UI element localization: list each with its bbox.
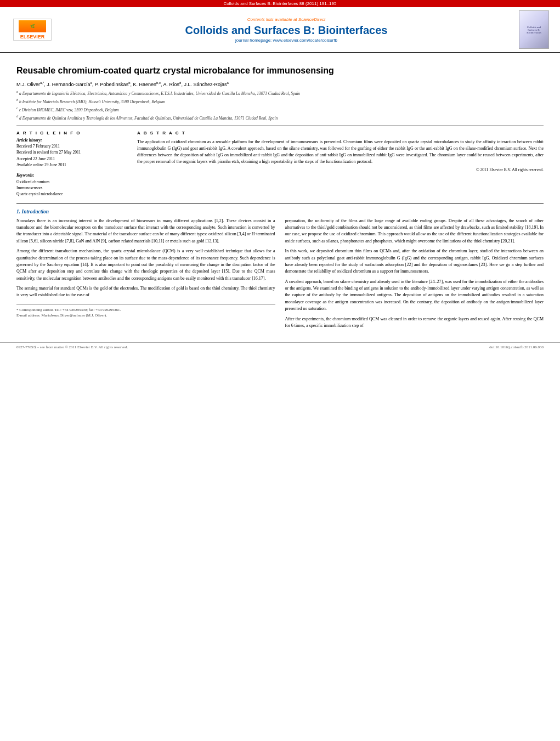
history-revised: Received in revised form 27 May 2011 xyxy=(16,150,126,156)
divider-2 xyxy=(16,203,544,203)
homepage-url[interactable]: www.elsevier.com/locate/colsurfb xyxy=(273,38,337,43)
journal-citation: Colloids and Surfaces B: Biointerfaces 8… xyxy=(224,1,337,6)
intro-r-p2: In this work, we deposited chromium thin… xyxy=(285,248,544,275)
authors-line: M.J. Olivera,*, J. Hernando-Garcíaa, P. … xyxy=(16,81,544,87)
history-accepted: Accepted 22 June 2011 xyxy=(16,156,126,162)
paper-title: Reusable chromium-coated quartz crystal … xyxy=(16,65,544,77)
elsevier-logo-area: 🌿 ELSEVIER xyxy=(11,16,54,43)
paper-body: Reusable chromium-coated quartz crystal … xyxy=(0,53,560,338)
section1-heading: 1. Introduction xyxy=(16,209,544,214)
header-center: Contents lists available at ScienceDirec… xyxy=(54,17,519,43)
affiliation-b: b b Institute for Materials Research (IM… xyxy=(16,98,544,105)
copyright-text: © 2011 Elsevier B.V. All rights reserved… xyxy=(137,167,544,172)
intro-p1: Nowadays there is an increasing interest… xyxy=(16,218,275,245)
issn-text: 0927-7765/$ – see front matter © 2011 El… xyxy=(16,345,128,349)
article-info-title: A R T I C L E I N F O xyxy=(16,131,126,135)
article-history-label: Article history: xyxy=(16,138,126,143)
keyword-1: Oxidized chromium xyxy=(16,179,126,185)
abstract-title: A B S T R A C T xyxy=(137,131,544,135)
footnote-section: * Corresponding author. Tel.: +34 926295… xyxy=(16,304,275,319)
article-info-col: A R T I C L E I N F O Article history: R… xyxy=(16,131,126,197)
intro-col-left: Nowadays there is an increasing interest… xyxy=(16,218,275,333)
divider-1 xyxy=(16,126,544,126)
keyword-2: Immunosensors xyxy=(16,185,126,191)
elsevier-brand-text: ELSEVIER xyxy=(20,34,45,39)
doi-text: doi:10.1016/j.colsurfb.2011.06.030 xyxy=(489,345,544,349)
abstract-col: A B S T R A C T The application of oxidi… xyxy=(137,131,544,197)
journal-thumbnail: Colloids andSurfaces B:Biointerfaces xyxy=(519,10,549,49)
sciencedirect-link-text[interactable]: ScienceDirect xyxy=(298,17,325,22)
article-info-abstract: A R T I C L E I N F O Article history: R… xyxy=(16,131,544,197)
intro-r-p4: After the experiments, the chromium-modi… xyxy=(285,316,544,330)
affiliation-d: d d Departamento de Química Analítica y … xyxy=(16,114,544,121)
journal-header-bar: Colloids and Surfaces B: Biointerfaces 8… xyxy=(0,0,560,7)
keywords-section: Keywords: Oxidized chromium Immunosensor… xyxy=(16,173,126,197)
affiliations: a a Departamento de Ingeniería Eléctrica… xyxy=(16,89,544,121)
journal-header: 🌿 ELSEVIER Contents lists available at S… xyxy=(0,7,560,53)
footnote-email: E-mail address: MariaJesus.Oliver@uclm.e… xyxy=(16,313,275,319)
intro-r-p3: A covalent approach, based on silane che… xyxy=(285,279,544,313)
keywords-label: Keywords: xyxy=(16,173,126,178)
intro-p2: Among the different transduction mechani… xyxy=(16,248,275,282)
affiliation-a: a a Departamento de Ingeniería Eléctrica… xyxy=(16,89,544,97)
intro-p3: The sensing material for standard QCMs i… xyxy=(16,285,275,299)
journal-homepage: journal homepage: www.elsevier.com/locat… xyxy=(54,38,519,43)
elsevier-box: 🌿 ELSEVIER xyxy=(13,19,52,41)
main-two-col: Nowadays there is an increasing interest… xyxy=(16,218,544,333)
history-received: Received 7 February 2011 xyxy=(16,144,126,150)
authors-text: M.J. Olivera,*, J. Hernando-Garcíaa, P. … xyxy=(16,82,229,87)
intro-r-p1: preparation, the uniformity of the films… xyxy=(285,218,544,245)
sciencedirect-label: Contents lists available at ScienceDirec… xyxy=(54,17,519,22)
footnote-corresponding: * Corresponding author. Tel.: +34 926295… xyxy=(16,307,275,313)
keyword-3: Quartz crystal microbalance xyxy=(16,191,126,197)
affiliation-c: c c Division IMOMEC, IMEC vzw, 3590 Diep… xyxy=(16,106,544,113)
history-online: Available online 29 June 2011 xyxy=(16,162,126,168)
abstract-text: The application of oxidized chromium as … xyxy=(137,139,544,165)
journal-title: Colloids and Surfaces B: Biointerfaces xyxy=(54,24,519,37)
intro-col-right: preparation, the uniformity of the films… xyxy=(285,218,544,333)
bottom-bar: 0927-7765/$ – see front matter © 2011 El… xyxy=(0,342,560,352)
